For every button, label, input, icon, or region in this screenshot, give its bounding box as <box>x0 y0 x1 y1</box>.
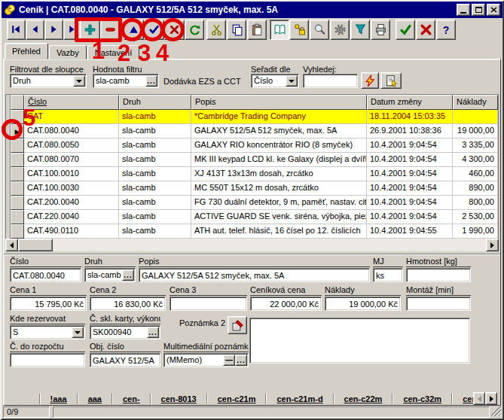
copy-button[interactable] <box>227 20 246 40</box>
montaz-field[interactable] <box>406 297 471 311</box>
close-icon <box>490 7 497 13</box>
preset-link[interactable]: !aaa <box>41 394 77 403</box>
table-row[interactable]: CAT.100.0030 sla-camb MC 550T 15x12 m do… <box>6 181 498 196</box>
app-icon <box>4 4 16 16</box>
maximize-button[interactable] <box>472 4 485 16</box>
table-row[interactable]: CAT.080.0070 sla-camb MK III keypad LCD … <box>6 153 498 167</box>
poznamka2-textarea[interactable] <box>249 318 470 364</box>
window-title: Ceník | CAT.080.0040 - GALAXY 512/5A 512… <box>19 5 455 15</box>
close-button[interactable] <box>487 4 500 16</box>
current-row-pointer-icon: ▶ <box>15 128 20 135</box>
table-row-current[interactable]: ▶ CAT.080.0040 sla-camb GALAXY 512/5A 51… <box>6 124 498 138</box>
table-row[interactable]: CAT.200.0040 sla-camb FG 730 duální dete… <box>6 196 498 210</box>
mmemo-ellipsis-button[interactable]: ... <box>235 355 247 366</box>
cislo-field[interactable] <box>10 268 81 282</box>
kde-rezervovat-dropdown-button[interactable] <box>72 327 84 338</box>
preset-link[interactable]: cen- <box>113 394 150 403</box>
refresh-button[interactable] <box>185 20 204 40</box>
print-button[interactable] <box>371 20 390 40</box>
sort-by-select[interactable]: Číslo <box>251 74 299 88</box>
record-indicator: 0/9 <box>3 406 50 418</box>
search-input[interactable] <box>303 74 358 88</box>
hmotnost-field[interactable] <box>406 268 471 282</box>
preset-link[interactable]: cen-c21m <box>208 394 266 403</box>
close-window-button[interactable] <box>416 20 435 40</box>
column-header-datum[interactable]: Datum změny <box>367 95 453 110</box>
delete-icon <box>104 23 117 36</box>
skl-karta-label: Č. skl. karty, výkonu <box>90 314 160 324</box>
kde-rezervovat-select[interactable]: S <box>10 325 85 339</box>
tab-nastaveni[interactable]: Nastavení <box>87 45 140 59</box>
rozpocet-label: Č. do rozpočtu <box>10 342 85 352</box>
edit-record-button[interactable] <box>124 20 144 40</box>
prior-record-button[interactable] <box>26 20 44 40</box>
add-record-button[interactable] <box>80 20 100 40</box>
table-row[interactable]: CAT sla-camb *Cambridge Trading Company … <box>6 110 498 124</box>
sort-by-dropdown-button[interactable] <box>286 75 298 87</box>
table-row[interactable]: CAT.220.0040 sla-camb ACTIVE GUARD SE ve… <box>6 210 498 224</box>
preset-link[interactable]: cen-c32m <box>393 394 451 403</box>
search-button[interactable] <box>310 20 329 40</box>
table-row[interactable]: CAT.100.0010 sla-camb XJ 413T 13x13m dos… <box>6 167 498 181</box>
first-record-button[interactable] <box>7 20 26 40</box>
cena2-field[interactable] <box>90 297 166 311</box>
preset-link[interactable]: cen-c22m <box>334 394 393 403</box>
obj-cislo-field[interactable] <box>90 353 160 367</box>
help-button[interactable]: ? <box>436 20 456 40</box>
delete-record-button[interactable] <box>100 20 121 40</box>
links-scroll-left-button[interactable] <box>473 392 485 405</box>
skl-karta-ellipsis-button[interactable]: ... <box>147 327 159 338</box>
ok-button[interactable] <box>396 20 415 40</box>
filter-column-dropdown-button[interactable] <box>73 75 85 87</box>
rozpocet-field[interactable] <box>10 353 85 367</box>
mmemo-field[interactable]: (MMemo) — ... <box>163 353 249 367</box>
column-header-cislo[interactable]: Číslo <box>24 95 119 110</box>
preset-link[interactable]: cen-c21m-d <box>267 394 332 403</box>
scroll-left-button[interactable] <box>5 239 18 251</box>
tab-vazby[interactable]: Vazby <box>49 45 87 59</box>
naklady-field[interactable] <box>325 297 401 311</box>
post-record-button[interactable] <box>144 20 164 40</box>
preset-link[interactable]: cen-8013 <box>151 394 206 403</box>
report-button[interactable] <box>380 72 402 89</box>
title-bar[interactable]: Ceník | CAT.080.0040 - GALAXY 512/5A 512… <box>2 2 502 18</box>
grid-horizontal-scrollbar[interactable] <box>5 239 499 251</box>
cut-button[interactable] <box>206 20 226 40</box>
tab-prehled[interactable]: Přehled <box>5 43 48 59</box>
filter-value-input[interactable]: sla-camb ... <box>93 74 159 88</box>
cenikova-cena-field[interactable] <box>250 297 322 311</box>
filter-button[interactable] <box>350 20 370 40</box>
druh-field[interactable]: sla-camb ... <box>84 268 136 282</box>
mj-field[interactable] <box>373 268 403 282</box>
settings-button[interactable] <box>330 20 350 40</box>
quick-search-button[interactable] <box>361 72 379 89</box>
druh-ellipsis-button[interactable]: ... <box>122 269 134 281</box>
preset-link[interactable]: aaa <box>78 394 111 403</box>
filter-column-select[interactable]: Druh <box>10 74 87 88</box>
column-header-popis[interactable]: Popis <box>191 95 367 110</box>
scroll-right-button[interactable] <box>486 239 499 251</box>
skl-karta-field[interactable]: SK000940 ... <box>90 325 160 339</box>
table-row[interactable]: CAT.490.0110 sla-camb ATH aut. telef. hl… <box>6 224 498 239</box>
filter-value-ellipsis-button[interactable]: ... <box>145 75 157 87</box>
lock-button[interactable] <box>289 20 309 40</box>
links-scroll-right-button[interactable] <box>485 392 497 405</box>
popis-field[interactable] <box>139 268 370 282</box>
cena3-field[interactable] <box>170 297 247 311</box>
next-record-button[interactable] <box>44 20 63 40</box>
mmemo-minus-button[interactable]: — <box>223 355 235 366</box>
scrollbar-thumb[interactable] <box>18 239 53 251</box>
cislo-label: Číslo <box>10 257 81 267</box>
catalog-book-button[interactable] <box>270 20 289 40</box>
table-row[interactable]: CAT.080.0050 sla-camb GALAXY RIO koncent… <box>6 138 498 153</box>
prior-record-icon <box>29 23 41 36</box>
paste-button[interactable] <box>247 20 267 40</box>
cena1-field[interactable] <box>10 297 87 311</box>
column-header-naklady[interactable]: Náklady <box>453 95 498 110</box>
resize-grip[interactable] <box>491 406 501 416</box>
poznamka2-edit-button[interactable] <box>228 316 247 334</box>
cancel-record-button[interactable] <box>164 20 185 40</box>
minimize-button[interactable] <box>457 4 470 16</box>
column-header-druh[interactable]: Druh <box>119 95 191 110</box>
kde-rezervovat-label: Kde rezervovat <box>10 314 85 324</box>
